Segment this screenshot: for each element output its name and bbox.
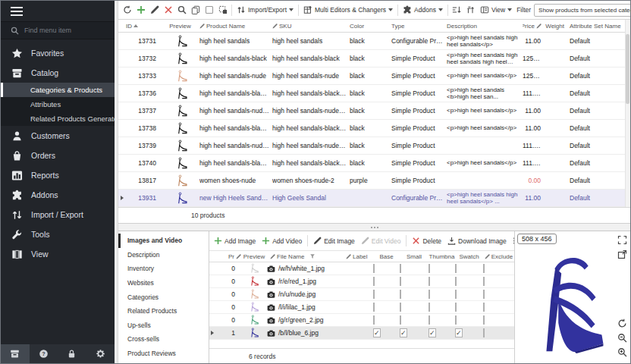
tab-related-products[interactable]: Related Products <box>118 304 209 318</box>
vertical-scrollbar[interactable] <box>625 20 630 207</box>
column-header-color[interactable]: Color <box>350 23 391 30</box>
set-resize-rule-button[interactable]: Set Resize Rule <box>510 235 514 246</box>
fullscreen-icon[interactable] <box>617 235 627 245</box>
tab-images-and-video[interactable]: Images and Video <box>118 234 209 248</box>
tab-categories[interactable]: Categories <box>118 290 209 304</box>
column-header-type[interactable]: Type <box>391 23 447 30</box>
column-header-file-name[interactable]: File Name <box>267 253 346 260</box>
sidebar-item-customers[interactable]: Customers <box>1 126 115 146</box>
image-row[interactable]: 1 /b/l/blue_6.jpg <box>209 327 514 340</box>
sidebar-item-tools[interactable]: Tools <box>1 224 115 244</box>
tab-websites[interactable]: Websites <box>118 276 209 290</box>
sidebar-item-orders[interactable]: Orders <box>1 146 115 165</box>
addons-menu-button[interactable]: Addons <box>400 4 445 16</box>
thumbnail-checkbox[interactable] <box>429 303 430 312</box>
tab-cross-sells[interactable]: Cross-sells <box>118 332 209 347</box>
small-checkbox[interactable] <box>400 264 401 273</box>
column-header-swatch[interactable]: Swatch <box>455 253 483 260</box>
table-row[interactable]: 13817 women shoes-nude women shoes-nude-… <box>118 172 625 190</box>
swatch-checkbox[interactable] <box>455 303 457 312</box>
sidebar-item-addons[interactable]: Addons <box>1 185 115 205</box>
column-header-preview[interactable]: Preview <box>163 23 199 30</box>
table-row[interactable]: 13732 high heel sandals-black high heel … <box>118 50 625 67</box>
swatch-checkbox[interactable] <box>455 290 457 299</box>
clear-selection-button[interactable] <box>202 3 215 17</box>
sidebar-bottom-lock-icon[interactable] <box>58 344 86 363</box>
refresh-button[interactable] <box>121 3 133 17</box>
table-row[interactable]: 13931 new High Heels Sandals High Geels … <box>118 190 625 207</box>
add-product-button[interactable] <box>134 3 147 17</box>
scrollbar-thumb[interactable] <box>626 34 629 104</box>
column-header-price[interactable]: Price <box>523 23 544 30</box>
tab-product-reviews[interactable]: Product Reviews <box>118 347 209 361</box>
horizontal-splitter[interactable] <box>118 224 630 231</box>
exclude-checkbox[interactable] <box>483 264 485 273</box>
zoom-out-icon[interactable] <box>617 333 627 343</box>
sidebar-item-import-export[interactable]: Import / Export <box>1 205 115 224</box>
edit-button[interactable] <box>148 3 161 17</box>
column-header-position[interactable]: Pr <box>220 253 241 260</box>
image-row[interactable]: 0 /l/i/lilac_1.jpg <box>209 301 514 314</box>
thumbnail-checkbox[interactable] <box>429 315 430 325</box>
sidebar-bottom-help-icon[interactable] <box>30 344 58 363</box>
column-header-label[interactable]: Label <box>346 253 373 260</box>
column-header-product-name[interactable]: Product Name <box>199 23 272 30</box>
paste-special-button[interactable] <box>216 3 229 17</box>
add-video-button[interactable]: Add Video <box>259 235 304 246</box>
sidebar-item-categories-products[interactable]: Categories & Products <box>1 83 115 97</box>
column-header-id[interactable]: ID <box>126 22 163 30</box>
base-checkbox[interactable] <box>373 277 375 286</box>
image-row[interactable]: 0 /r/e/red_1.jpg <box>209 275 514 288</box>
tab-up-sells[interactable]: Up-sells <box>118 318 209 333</box>
sort-asc-button[interactable] <box>464 3 477 17</box>
table-row[interactable]: 13731 high heel sandals high heel sandal… <box>118 33 625 50</box>
download-image-button[interactable]: Download Image <box>445 235 509 246</box>
table-row[interactable]: 13739 high heel sandals-nude-37 high hee… <box>118 137 625 155</box>
sidebar-bottom-settings-icon[interactable] <box>86 344 115 363</box>
swatch-checkbox[interactable] <box>455 277 457 286</box>
search-button[interactable] <box>175 3 188 17</box>
thumbnail-checkbox[interactable] <box>429 264 430 273</box>
swatch-checkbox[interactable] <box>455 315 457 325</box>
exclude-checkbox[interactable] <box>483 315 485 325</box>
zoom-in-icon[interactable] <box>617 347 627 357</box>
exclude-checkbox[interactable] <box>483 290 485 299</box>
column-header-exclude[interactable]: Exclude <box>483 253 514 260</box>
small-checkbox[interactable] <box>400 303 401 312</box>
sort-az-button[interactable] <box>450 3 463 17</box>
base-checkbox[interactable] <box>373 315 375 325</box>
base-checkbox[interactable] <box>373 264 375 273</box>
rotate-icon[interactable] <box>617 318 627 328</box>
exclude-checkbox[interactable] <box>483 328 485 337</box>
column-header-description[interactable]: Description <box>447 23 523 30</box>
table-row[interactable]: 13737 high heel sandals-nude-36 high hee… <box>118 102 625 120</box>
image-row[interactable]: 0 /g/r/green_2.jpg <box>209 314 514 327</box>
category-filter-select[interactable]: Show products from selected categories <box>534 4 630 17</box>
add-image-button[interactable]: Add Image <box>212 235 258 246</box>
small-checkbox[interactable] <box>400 277 401 286</box>
table-row[interactable]: 13740 high heel sandals-black-38 high he… <box>118 155 625 172</box>
view-menu-button[interactable]: View <box>478 4 514 16</box>
small-checkbox[interactable] <box>400 290 401 299</box>
sidebar-item-view[interactable]: View <box>1 244 115 264</box>
sidebar-item-reports[interactable]: Reports <box>1 165 115 185</box>
edit-image-button[interactable]: Edit Image <box>311 235 357 246</box>
sidebar-item-attributes[interactable]: Attributes <box>1 97 115 111</box>
sidebar-bottom-store-icon[interactable] <box>1 344 30 363</box>
column-header-thumbnail[interactable]: Thumbna <box>429 253 455 260</box>
base-checkbox[interactable] <box>373 290 375 299</box>
table-row[interactable]: 13736 high heel sandals-black-36 high he… <box>118 85 625 102</box>
small-checkbox[interactable] <box>400 328 407 337</box>
exclude-checkbox[interactable] <box>483 277 485 286</box>
column-header-image-preview[interactable]: Preview <box>241 253 267 260</box>
thumbnail-checkbox[interactable] <box>429 328 436 337</box>
delete-image-button[interactable]: Delete <box>410 235 444 246</box>
edit-video-button[interactable]: Edit Video <box>359 235 403 246</box>
exclude-checkbox[interactable] <box>483 303 485 312</box>
table-row[interactable]: 13738 high heel sandals-black-37 high he… <box>118 120 625 137</box>
base-checkbox[interactable] <box>373 303 375 312</box>
hamburger-menu-button[interactable] <box>1 1 115 21</box>
menu-search-input[interactable] <box>24 27 105 34</box>
sidebar-item-favorites[interactable]: Favorites <box>1 43 115 63</box>
tab-inventory[interactable]: Inventory <box>118 262 209 276</box>
